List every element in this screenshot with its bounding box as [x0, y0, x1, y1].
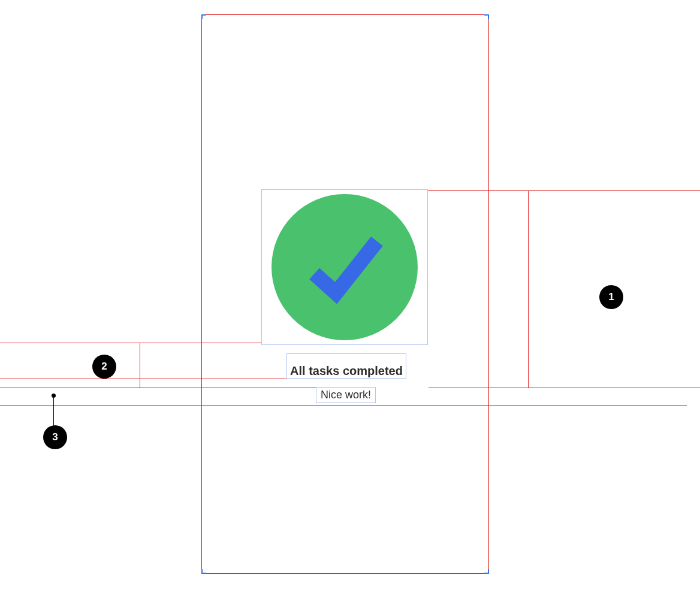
guide-line — [0, 343, 286, 343]
guide-line — [528, 190, 529, 388]
status-title-container: All tasks completed — [286, 353, 406, 379]
annotation-leader-line — [53, 395, 54, 426]
guide-line — [140, 343, 140, 388]
annotation-badge-1: 1 — [599, 285, 623, 309]
corner-marker-tr — [484, 14, 489, 19]
status-subtitle: Nice work! — [321, 389, 371, 401]
guide-line — [0, 379, 286, 379]
annotation-badge-2: 2 — [92, 355, 116, 379]
corner-marker-bl — [201, 569, 206, 574]
corner-marker-br — [484, 569, 489, 574]
status-title: All tasks completed — [290, 364, 403, 378]
checkmark-circle-icon — [271, 194, 418, 340]
guide-line — [427, 190, 700, 191]
guide-line — [0, 388, 316, 388]
corner-marker-tl — [201, 14, 206, 19]
status-icon-container — [261, 189, 428, 345]
annotation-badge-label: 3 — [52, 431, 58, 443]
guide-line — [429, 388, 700, 388]
checkmark-icon — [291, 213, 399, 321]
guide-line — [0, 405, 687, 406]
status-subtitle-container: Nice work! — [316, 387, 376, 403]
annotation-badge-label: 1 — [608, 291, 614, 303]
annotation-badge-label: 2 — [101, 361, 107, 373]
annotation-badge-3: 3 — [43, 425, 67, 449]
